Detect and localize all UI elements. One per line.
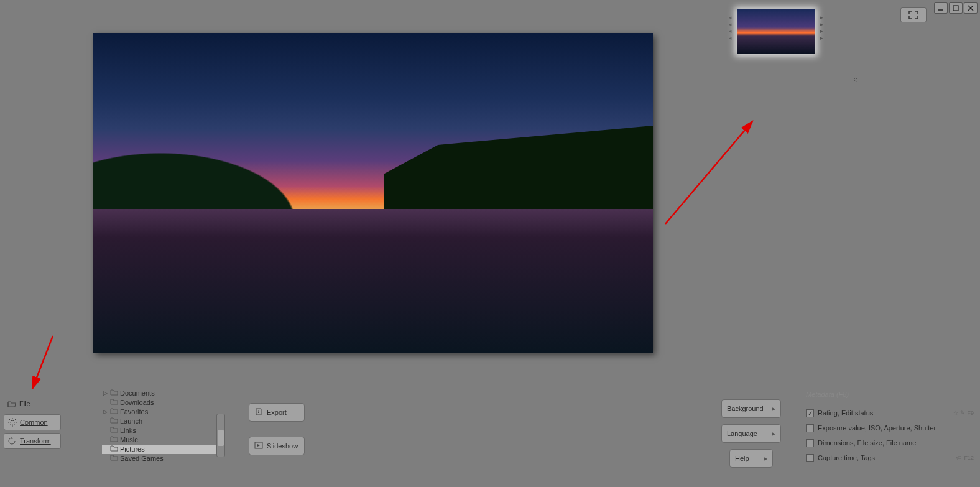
button-label: Help <box>735 455 749 462</box>
tree-item-launch[interactable]: Launch <box>102 417 220 426</box>
shortcut-key: F12 <box>964 455 974 461</box>
expander-icon[interactable]: ▷ <box>102 407 108 417</box>
folder-icon <box>110 426 118 435</box>
thumbnail-navigator: ◂ ◂ ◂ ◂ ▸ ▸ ▸ ▸ <box>729 9 823 54</box>
chevron-left-icon: ◂ <box>729 14 732 21</box>
action-buttons: Export Slideshow <box>249 403 305 455</box>
folder-icon <box>110 398 118 407</box>
export-icon <box>254 407 263 417</box>
tree-label: Documents <box>120 389 155 398</box>
fullscreen-button[interactable] <box>900 7 927 22</box>
pin-button[interactable] <box>851 76 859 85</box>
chevron-right-icon: ▸ <box>820 14 823 21</box>
annotation-arrow <box>659 112 765 238</box>
tab-label: File <box>19 400 30 407</box>
tag-icon: 🏷 <box>956 455 962 461</box>
side-tabs: File Common Transform <box>4 396 61 449</box>
svg-line-12 <box>9 425 11 426</box>
checkbox[interactable] <box>806 439 814 447</box>
maximize-button[interactable] <box>949 2 963 14</box>
metadata-panel: Metadata (F8) Rating, Edit status ☆ ✎ F9… <box>806 391 974 465</box>
common-tab[interactable]: Common <box>4 414 61 430</box>
button-label: Slideshow <box>267 442 298 450</box>
transform-tab[interactable]: Transform <box>4 433 61 449</box>
metadata-row-rating[interactable]: Rating, Edit status ☆ ✎ F9 <box>806 406 974 420</box>
tree-label: Saved Games <box>120 454 164 463</box>
svg-line-3 <box>32 336 53 389</box>
language-button[interactable]: Language ▶ <box>721 424 781 443</box>
tree-scrollbar[interactable] <box>216 414 225 457</box>
expander-icon[interactable]: ▷ <box>102 389 108 398</box>
checkbox[interactable] <box>806 454 814 462</box>
tree-item-downloads[interactable]: Downloads <box>102 398 220 407</box>
folder-icon <box>110 417 118 426</box>
star-icon: ☆ <box>953 410 958 416</box>
chevron-right-icon: ▸ <box>820 28 823 34</box>
chevron-left-icon: ◂ <box>729 28 732 34</box>
chevron-right-icon: ▶ <box>772 406 775 412</box>
minimize-button[interactable] <box>934 2 948 14</box>
expand-icon <box>908 11 918 19</box>
thumbnail-image[interactable] <box>737 9 815 54</box>
folder-icon <box>110 407 118 417</box>
tree-label: Music <box>120 435 138 445</box>
close-button[interactable] <box>964 2 978 14</box>
scrollbar-thumb[interactable] <box>218 430 224 446</box>
tab-label: Common <box>20 419 48 426</box>
tree-item-music[interactable]: Music <box>102 435 220 445</box>
svg-point-4 <box>11 420 14 424</box>
svg-line-11 <box>15 419 16 420</box>
svg-line-9 <box>9 419 11 420</box>
folder-icon <box>110 454 118 463</box>
tree-label: Launch <box>120 417 142 426</box>
window-controls <box>934 2 978 14</box>
image-content <box>93 209 653 353</box>
minimize-icon <box>938 5 944 11</box>
button-label: Export <box>267 409 287 416</box>
annotation-arrow <box>25 330 62 400</box>
metadata-label: Capture time, Tags <box>818 454 875 461</box>
svg-rect-1 <box>953 6 958 11</box>
help-button[interactable]: Help ▶ <box>729 449 773 468</box>
metadata-row-exposure[interactable]: Exposure value, ISO, Aperture, Shutter <box>806 420 974 435</box>
button-label: Language <box>727 430 757 437</box>
close-icon <box>968 5 974 11</box>
chevron-left-icon: ◂ <box>729 21 732 27</box>
play-icon <box>254 441 263 451</box>
export-button[interactable]: Export <box>249 403 305 422</box>
settings-buttons: Background ▶ Language ▶ Help ▶ <box>721 399 781 468</box>
svg-line-2 <box>665 121 752 224</box>
chevron-right-icon: ▶ <box>764 456 767 461</box>
tree-item-saved-games[interactable]: Saved Games <box>102 454 220 463</box>
tree-label: Links <box>120 426 136 435</box>
checkbox[interactable] <box>806 424 814 432</box>
metadata-label: Dimensions, File size, File name <box>818 439 916 447</box>
rotate-icon <box>8 437 17 445</box>
tab-label: Transform <box>20 437 51 445</box>
metadata-row-capture[interactable]: Capture time, Tags 🏷 F12 <box>806 450 974 465</box>
chevron-left-icon: ◂ <box>729 35 732 41</box>
tree-item-documents[interactable]: ▷ Documents <box>102 389 220 398</box>
chevron-right-icon: ▸ <box>820 21 823 27</box>
metadata-title: Metadata (F8) <box>806 391 974 398</box>
checkbox-checked[interactable] <box>806 409 814 417</box>
slideshow-button[interactable]: Slideshow <box>249 437 305 455</box>
svg-line-10 <box>15 425 16 426</box>
tree-label: Favorites <box>120 407 148 417</box>
background-button[interactable]: Background ▶ <box>721 399 781 418</box>
tree-item-links[interactable]: Links <box>102 426 220 435</box>
tree-item-favorites[interactable]: ▷ Favorites <box>102 407 220 417</box>
pencil-icon: ✎ <box>960 410 965 416</box>
tree-item-pictures[interactable]: Pictures <box>102 445 220 454</box>
main-image-view[interactable] <box>93 33 653 353</box>
button-label: Background <box>727 405 764 412</box>
folder-tree[interactable]: ▷ Documents Downloads ▷ Favorites Launch… <box>102 389 220 463</box>
tree-label: Pictures <box>120 445 145 454</box>
metadata-label: Exposure value, ISO, Aperture, Shutter <box>818 424 936 432</box>
folder-icon <box>110 435 118 445</box>
sun-icon <box>8 418 17 427</box>
prev-arrows[interactable]: ◂ ◂ ◂ ◂ <box>729 9 732 41</box>
file-tab[interactable]: File <box>4 396 61 412</box>
next-arrows[interactable]: ▸ ▸ ▸ ▸ <box>820 9 823 41</box>
metadata-row-dimensions[interactable]: Dimensions, File size, File name <box>806 435 974 450</box>
